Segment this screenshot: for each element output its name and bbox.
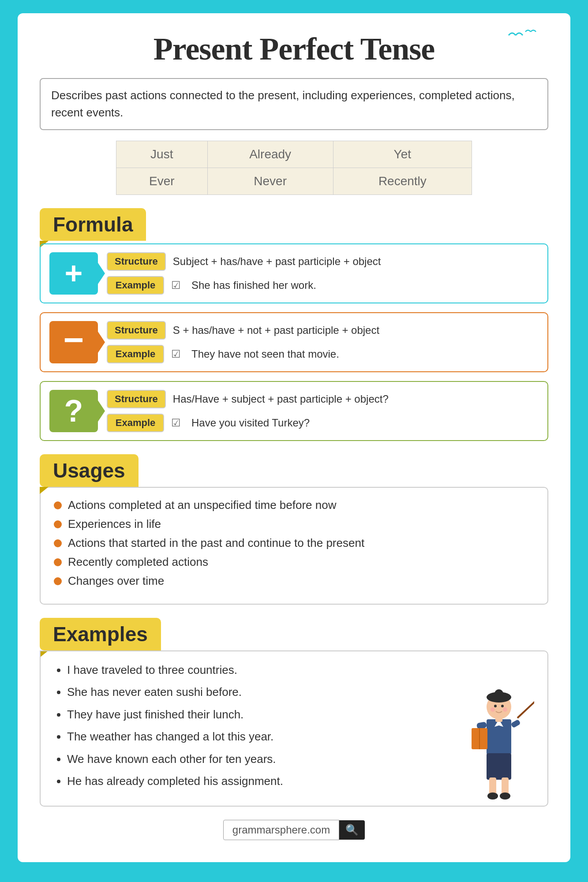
- keywords-row-2: Ever Never Recently: [116, 168, 472, 195]
- page-title: Present Perfect Tense: [40, 31, 548, 67]
- question-symbol: ?: [64, 396, 83, 426]
- formula-question: ? Structure Has/Have + subject + past pa…: [40, 381, 548, 441]
- formula-positive: + Structure Subject + has/have + past pa…: [40, 243, 548, 303]
- keywords-table: Just Already Yet Ever Never Recently: [116, 141, 472, 195]
- question-structure-text: Has/Have + subject + past participle + o…: [173, 393, 389, 405]
- svg-point-2: [494, 689, 503, 698]
- keyword-already: Already: [207, 141, 333, 168]
- minus-symbol: −: [64, 322, 84, 358]
- negative-example-label: Example: [107, 345, 164, 363]
- usage-text-3: Actions that started in the past and con…: [68, 536, 364, 550]
- formula-heading: Formula: [40, 208, 146, 241]
- usages-list: Actions completed at an unspecified time…: [54, 498, 534, 588]
- usage-text-1: Actions completed at an unspecified time…: [68, 498, 336, 512]
- svg-rect-19: [495, 717, 502, 722]
- usage-item-3: Actions that started in the past and con…: [54, 536, 534, 550]
- negative-icon: −: [49, 321, 98, 363]
- orange-dot-5: [54, 577, 62, 585]
- svg-line-13: [517, 698, 534, 718]
- positive-structure-row: Structure Subject + has/have + past part…: [107, 252, 539, 271]
- usage-item-1: Actions completed at an unspecified time…: [54, 498, 534, 512]
- positive-icon: +: [49, 252, 98, 295]
- usages-heading: Usages: [40, 454, 139, 487]
- question-arrow: [96, 398, 105, 424]
- usage-item-5: Changes over time: [54, 574, 534, 588]
- negative-example-row: Example ☑ They have not seen that movie.: [107, 345, 539, 363]
- keywords-row-1: Just Already Yet: [116, 141, 472, 168]
- positive-arrow: [96, 260, 105, 287]
- teacher-figure: [464, 689, 534, 806]
- footer-domain: grammarsphere.com: [223, 820, 339, 840]
- footer-search-icon: 🔍: [339, 820, 365, 840]
- svg-point-3: [494, 705, 497, 707]
- svg-point-18: [500, 792, 510, 800]
- keyword-never: Never: [207, 168, 333, 195]
- formula-blocks: + Structure Subject + has/have + past pa…: [40, 243, 548, 441]
- birds-decoration: [504, 26, 539, 46]
- description-text: Describes past actions connected to the …: [51, 89, 515, 119]
- negative-arrow: [96, 329, 105, 355]
- positive-example-label: Example: [107, 276, 164, 295]
- svg-point-6: [503, 707, 507, 712]
- plus-symbol: +: [65, 258, 83, 289]
- negative-content: Structure S + has/have + not + past part…: [107, 321, 539, 363]
- keyword-ever: Ever: [116, 168, 207, 195]
- usages-body: Actions completed at an unspecified time…: [40, 487, 548, 605]
- svg-point-5: [491, 707, 495, 712]
- negative-example-text: They have not seen that movie.: [191, 348, 339, 360]
- usage-item-2: Experiences in life: [54, 517, 534, 531]
- svg-rect-14: [487, 753, 511, 780]
- usage-text-5: Changes over time: [68, 574, 164, 588]
- formula-section: Formula + Structure Subject + has/have +…: [40, 208, 548, 441]
- usages-section: Usages Actions completed at an unspecifi…: [40, 454, 548, 605]
- keyword-recently: Recently: [333, 168, 472, 195]
- orange-dot-1: [54, 501, 62, 509]
- orange-dot-2: [54, 520, 62, 528]
- question-structure-row: Structure Has/Have + subject + past part…: [107, 390, 539, 408]
- question-content: Structure Has/Have + subject + past part…: [107, 390, 539, 432]
- examples-section: Examples I have traveled to three countr…: [40, 618, 548, 807]
- examples-list: I have traveled to three countries. She …: [54, 662, 534, 789]
- orange-dot-3: [54, 539, 62, 547]
- examples-body: I have traveled to three countries. She …: [40, 650, 548, 807]
- positive-example-text: She has finished her work.: [191, 279, 316, 292]
- positive-structure-label: Structure: [107, 252, 166, 271]
- negative-structure-row: Structure S + has/have + not + past part…: [107, 321, 539, 340]
- positive-example-row: Example ☑ She has finished her work.: [107, 276, 539, 295]
- question-structure-label: Structure: [107, 390, 166, 408]
- usage-item-4: Recently completed actions: [54, 555, 534, 569]
- description-box: Describes past actions connected to the …: [40, 78, 548, 130]
- question-example-row: Example ☑ Have you visited Turkey?: [107, 414, 539, 432]
- check-icon-1: ☑: [171, 279, 181, 292]
- negative-structure-text: S + has/have + not + past participle + o…: [173, 324, 379, 336]
- question-example-text: Have you visited Turkey?: [191, 417, 310, 429]
- svg-rect-12: [510, 719, 521, 728]
- keyword-yet: Yet: [333, 141, 472, 168]
- question-icon: ?: [49, 390, 98, 432]
- footer: grammarsphere.com 🔍: [40, 820, 548, 840]
- example-item-1: I have traveled to three countries.: [67, 662, 534, 678]
- svg-point-17: [487, 792, 498, 800]
- keyword-just: Just: [116, 141, 207, 168]
- positive-structure-text: Subject + has/have + past participle + o…: [173, 255, 381, 268]
- usage-text-2: Experiences in life: [68, 517, 161, 531]
- question-example-label: Example: [107, 414, 164, 432]
- examples-heading: Examples: [40, 618, 161, 650]
- main-card: Present Perfect Tense Describes past act…: [18, 13, 570, 862]
- check-icon-3: ☑: [171, 417, 181, 429]
- formula-negative: − Structure S + has/have + not + past pa…: [40, 312, 548, 372]
- orange-dot-4: [54, 558, 62, 566]
- positive-content: Structure Subject + has/have + past part…: [107, 252, 539, 295]
- check-icon-2: ☑: [171, 348, 181, 360]
- svg-point-4: [501, 705, 504, 707]
- usage-text-4: Recently completed actions: [68, 555, 208, 569]
- negative-structure-label: Structure: [107, 321, 166, 340]
